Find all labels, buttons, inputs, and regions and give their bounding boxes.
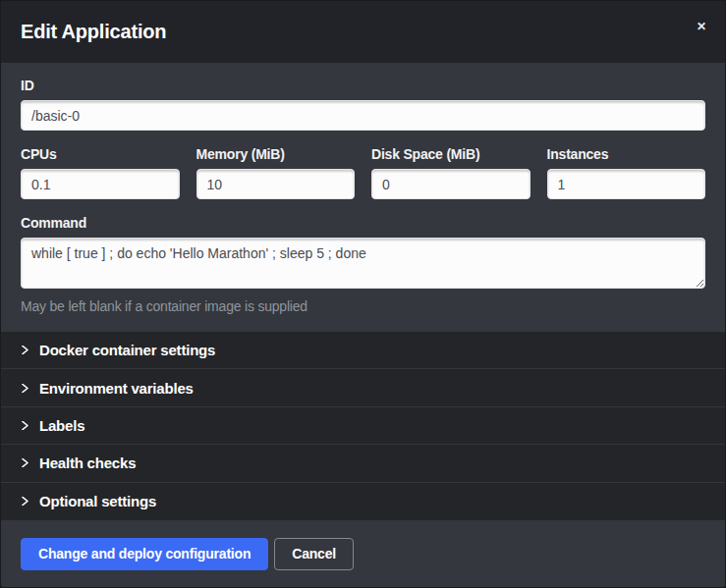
cpus-field-group: CPUs	[21, 146, 180, 199]
modal-title: Edit Application	[21, 21, 166, 43]
chevron-right-icon	[21, 458, 29, 467]
memory-field-group: Memory (MiB)	[196, 146, 356, 199]
section-label: Environment variables	[39, 380, 194, 397]
modal-footer: Change and deploy configuration Cancel	[1, 520, 725, 587]
id-input[interactable]	[21, 100, 705, 131]
settings-accordion: Docker container settings Environment va…	[1, 332, 725, 520]
command-textarea[interactable]: while [ true ] ; do echo 'Hello Marathon…	[21, 238, 705, 289]
section-label: Labels	[39, 417, 84, 434]
instances-input[interactable]	[547, 169, 706, 199]
section-labels[interactable]: Labels	[1, 407, 725, 445]
change-and-deploy-button[interactable]: Change and deploy configuration	[21, 538, 268, 570]
section-label: Health checks	[39, 454, 136, 471]
edit-application-modal: Edit Application ✕ ID CPUs Memory (MiB) …	[0, 0, 726, 588]
close-icon[interactable]: ✕	[693, 18, 710, 35]
resource-fields-row: CPUs Memory (MiB) Disk Space (MiB) Insta…	[21, 146, 705, 199]
id-label: ID	[21, 78, 705, 93]
memory-label: Memory (MiB)	[196, 146, 356, 162]
disk-field-group: Disk Space (MiB)	[371, 146, 531, 199]
section-label: Docker container settings	[39, 342, 215, 358]
command-field-group: Command while [ true ] ; do echo 'Hello …	[21, 215, 705, 314]
section-label: Optional settings	[39, 493, 156, 509]
command-label: Command	[21, 215, 705, 231]
disk-label: Disk Space (MiB)	[371, 146, 531, 162]
section-docker-container-settings[interactable]: Docker container settings	[1, 332, 725, 369]
instances-field-group: Instances	[547, 146, 706, 199]
chevron-right-icon	[21, 346, 29, 354]
modal-header: Edit Application ✕	[1, 1, 725, 63]
cpus-input[interactable]	[21, 169, 180, 199]
disk-input[interactable]	[371, 169, 531, 199]
command-help-text: May be left blank if a container image i…	[21, 298, 705, 314]
cancel-button[interactable]: Cancel	[274, 538, 354, 570]
instances-label: Instances	[547, 146, 706, 162]
chevron-right-icon	[21, 497, 29, 506]
cpus-label: CPUs	[21, 146, 180, 162]
chevron-right-icon	[21, 421, 29, 430]
chevron-right-icon	[21, 384, 29, 393]
application-form: ID CPUs Memory (MiB) Disk Space (MiB) In…	[1, 63, 725, 332]
section-health-checks[interactable]: Health checks	[1, 445, 725, 482]
section-optional-settings[interactable]: Optional settings	[1, 483, 725, 520]
section-environment-variables[interactable]: Environment variables	[1, 369, 725, 406]
memory-input[interactable]	[196, 169, 356, 199]
id-field-group: ID	[21, 78, 705, 131]
